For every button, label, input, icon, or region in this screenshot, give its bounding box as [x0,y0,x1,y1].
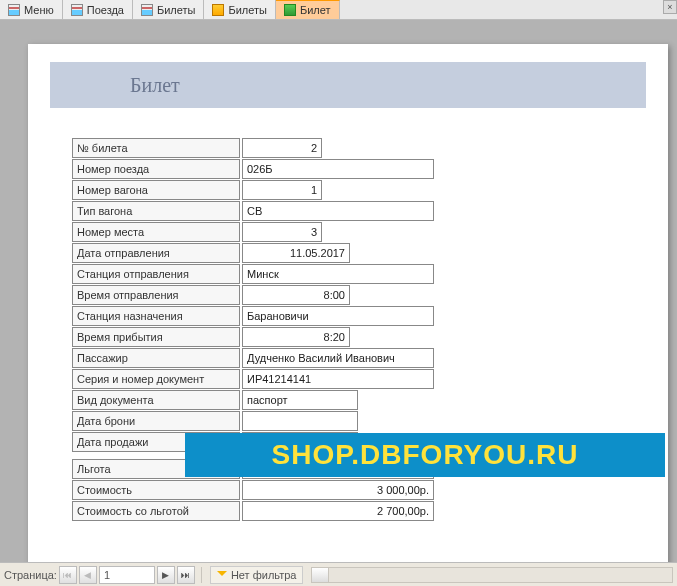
label-dep-date: Дата отправления [72,243,240,263]
value-dep-date: 11.05.2017 [242,243,350,263]
label-dep-station: Станция отправления [72,264,240,284]
label-doc-series: Серия и номер документ [72,369,240,389]
tab-label: Билеты [157,4,195,16]
filter-text: Нет фильтра [231,569,297,581]
form-icon [212,4,224,16]
value-car-no: 1 [242,180,322,200]
value-arr-time: 8:20 [242,327,350,347]
value-price: 3 000,00р. [242,480,434,500]
tab-label: Билеты [228,4,266,16]
value-book-date [242,411,358,431]
report-icon [284,4,296,16]
value-arr-station: Барановичи [242,306,434,326]
label-ticket-no: № билета [72,138,240,158]
page-label: Страница: [4,569,57,581]
tab-label: Меню [24,4,54,16]
work-area: Билет № билета2 Номер поезда026Б Номер в… [0,20,677,562]
tab-label: Билет [300,4,331,16]
value-train-no: 026Б [242,159,434,179]
nav-last-button[interactable]: ⏭ [177,566,195,584]
label-dep-time: Время отправления [72,285,240,305]
label-passenger: Пассажир [72,348,240,368]
report-page: Билет № билета2 Номер поезда026Б Номер в… [28,44,668,562]
value-ticket-no: 2 [242,138,322,158]
tab-tickets-2[interactable]: Билеты [204,0,275,19]
label-price: Стоимость [72,480,240,500]
separator [201,567,202,583]
label-train-no: Номер поезда [72,159,240,179]
value-seat-no: 3 [242,222,322,242]
label-arr-time: Время прибытия [72,327,240,347]
value-doc-type: паспорт [242,390,358,410]
tab-close-button[interactable]: × [663,0,677,14]
tab-menu[interactable]: Меню [0,0,63,19]
label-seat-no: Номер места [72,222,240,242]
tab-tickets-1[interactable]: Билеты [133,0,204,19]
value-doc-series: ИР41214141 [242,369,434,389]
tab-label: Поезда [87,4,124,16]
tab-ticket[interactable]: Билет [276,0,340,19]
label-car-no: Номер вагона [72,180,240,200]
value-dep-time: 8:00 [242,285,350,305]
tab-bar: Меню Поезда Билеты Билеты Билет × [0,0,677,20]
label-car-type: Тип вагона [72,201,240,221]
label-price-disc: Стоимость со льготой [72,501,240,521]
filter-indicator[interactable]: Нет фильтра [210,566,304,584]
page-number-input[interactable]: 1 [99,566,155,584]
table-icon [8,4,20,16]
tab-trains[interactable]: Поезда [63,0,133,19]
nav-next-button[interactable]: ▶ [157,566,175,584]
value-dep-station: Минск [242,264,434,284]
horizontal-scrollbar[interactable] [311,567,673,583]
value-passenger: Дудченко Василий Иванович [242,348,434,368]
report-title: Билет [50,62,646,108]
label-book-date: Дата брони [72,411,240,431]
label-doc-type: Вид документа [72,390,240,410]
watermark-overlay: SHOP.DBFORYOU.RU [185,433,665,477]
value-price-disc: 2 700,00р. [242,501,434,521]
nav-first-button[interactable]: ⏮ [59,566,77,584]
label-arr-station: Станция назначения [72,306,240,326]
table-icon [71,4,83,16]
status-bar: Страница: ⏮ ◀ 1 ▶ ⏭ Нет фильтра [0,562,677,586]
value-car-type: СВ [242,201,434,221]
nav-prev-button[interactable]: ◀ [79,566,97,584]
table-icon [141,4,153,16]
funnel-icon [217,571,227,579]
